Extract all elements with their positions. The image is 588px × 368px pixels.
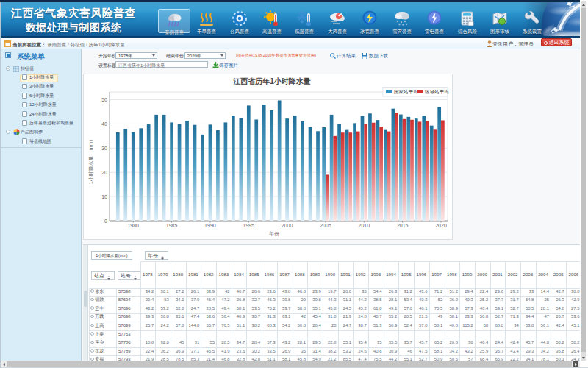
svg-text:1995: 1995 [243, 223, 255, 228]
svg-text:2020: 2020 [435, 223, 447, 228]
svg-text:2000: 2000 [282, 223, 293, 228]
svg-text:20: 20 [101, 170, 107, 175]
svg-text:国家站平均: 国家站平均 [394, 89, 418, 95]
svg-text:1985: 1985 [166, 223, 178, 228]
svg-text:0: 0 [104, 219, 107, 224]
svg-text:2015: 2015 [397, 223, 409, 228]
svg-text:年份: 年份 [269, 231, 280, 237]
svg-text:2010: 2010 [359, 223, 370, 228]
svg-text:区域站平均: 区域站平均 [425, 89, 449, 95]
svg-text:1980: 1980 [127, 223, 139, 228]
svg-text:1小时降水量（mm）: 1小时降水量（mm） [88, 137, 94, 185]
svg-text:40: 40 [101, 121, 107, 127]
svg-text:50: 50 [101, 97, 107, 102]
svg-text:2005: 2005 [320, 223, 331, 228]
svg-text:1990: 1990 [204, 223, 216, 228]
svg-text:10: 10 [101, 194, 107, 199]
svg-text:30: 30 [101, 146, 107, 151]
svg-text:江西省历年1小时降水量: 江西省历年1小时降水量 [232, 77, 311, 85]
